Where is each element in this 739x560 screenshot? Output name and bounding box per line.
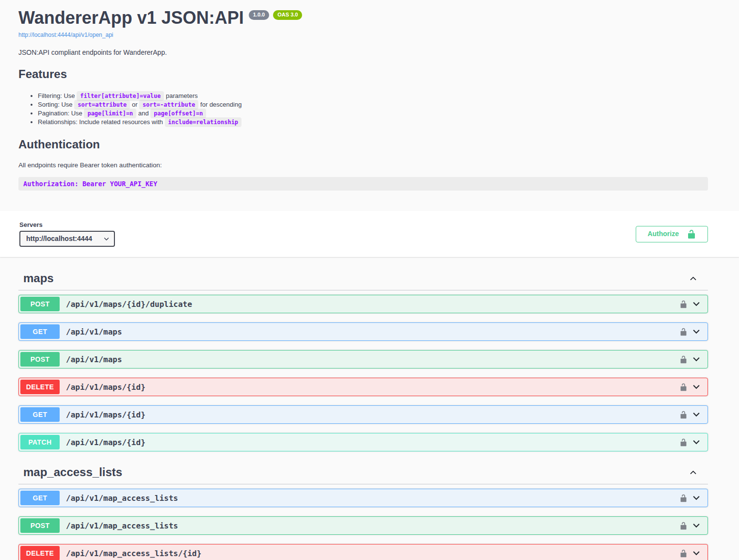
chevron-up-icon [689,274,697,283]
page-title: WandererApp v1 JSON:API 1.0.0 OAS 3.0 [18,9,708,27]
inline-code: sort=attribute [74,100,130,110]
operation-path: /api/v1/maps/{id} [66,383,679,392]
method-badge: POST [20,518,60,533]
chevron-down-icon [692,410,701,419]
chevron-down-icon [692,383,701,391]
tag-section: map_access_lists GET /api/v1/map_access_… [18,461,708,560]
inline-code: sort=-attribute [139,100,198,110]
chevron-down-icon [692,300,701,308]
auth-lock-button[interactable] [679,300,688,308]
unlock-icon [679,438,688,447]
method-badge: DELETE [20,546,60,560]
server-select-wrap: http://localhost:4444 [19,231,115,247]
expand-operation-button[interactable] [692,327,701,336]
swagger-ui-page: WandererApp v1 JSON:API 1.0.0 OAS 3.0 ht… [0,0,739,560]
unlock-icon [679,383,688,391]
collapse-section-button[interactable] [689,274,697,283]
version-badge: 1.0.0 [249,10,269,20]
operation-row[interactable]: POST /api/v1/maps [18,350,708,368]
inline-code: filter[attribute]=value [77,91,164,101]
expand-operation-button[interactable] [692,410,701,419]
chevron-up-icon [689,468,697,477]
unlock-icon [679,300,688,308]
method-badge: GET [20,324,60,339]
servers-block: Servers http://localhost:4444 [19,221,115,247]
unlock-icon [679,328,688,336]
operation-row[interactable]: GET /api/v1/map_access_lists [18,489,708,507]
scheme-inner: Servers http://localhost:4444 Authorize [0,221,739,247]
operation-path: /api/v1/map_access_lists/{id} [66,549,679,558]
operation-row[interactable]: POST /api/v1/maps/{id}/duplicate [18,295,708,313]
auth-lock-button[interactable] [679,355,688,364]
api-info-section: WandererApp v1 JSON:API 1.0.0 OAS 3.0 ht… [0,0,739,211]
operation-row[interactable]: GET /api/v1/maps/{id} [18,405,708,424]
method-badge: POST [20,352,60,367]
operations-list: GET /api/v1/map_access_lists POST /api/v… [18,489,708,560]
tag-header[interactable]: map_access_lists [18,461,708,484]
operation-path: /api/v1/maps/{id} [66,410,679,419]
unlock-icon [679,494,688,502]
feature-item: Sorting: Use sort=attribute or sort=-att… [38,100,708,109]
authorize-button[interactable]: Authorize [636,226,708,242]
feature-item: Filtering: Use filter[attribute]=value p… [38,92,708,100]
base-url-link[interactable]: http://localhost:4444/api/v1/open_api [18,32,113,38]
tag-name: maps [23,272,54,285]
unlock-icon [679,411,688,419]
auth-code-block: Authorization: Bearer YOUR_API_KEY [18,177,708,191]
operation-path: /api/v1/maps [66,355,679,364]
auth-lock-button[interactable] [679,549,688,558]
method-badge: POST [20,297,60,311]
oas-badge: OAS 3.0 [273,10,302,20]
expand-operation-button[interactable] [692,549,701,558]
tag-name: map_access_lists [23,465,122,479]
auth-lock-button[interactable] [679,494,688,502]
expand-operation-button[interactable] [692,300,701,308]
servers-label: Servers [19,221,115,228]
auth-lock-button[interactable] [679,522,688,530]
chevron-down-icon [692,549,701,558]
operation-row[interactable]: DELETE /api/v1/maps/{id} [18,378,708,396]
server-select[interactable]: http://localhost:4444 [19,231,115,247]
expand-operation-button[interactable] [692,383,701,391]
auth-description: All endpoints require Bearer token authe… [18,161,708,169]
auth-lock-button[interactable] [679,383,688,391]
collapse-section-button[interactable] [689,468,697,477]
auth-lock-button[interactable] [679,438,688,447]
tag-header[interactable]: maps [18,267,708,290]
operation-row[interactable]: DELETE /api/v1/map_access_lists/{id} [18,544,708,560]
auth-lock-button[interactable] [679,411,688,419]
unlock-icon [679,522,688,530]
unlock-icon [679,549,688,558]
expand-operation-button[interactable] [692,494,701,502]
feature-item: Pagination: Use page[limit]=n and page[o… [38,109,708,118]
api-title-text: WandererApp v1 JSON:API [18,9,244,27]
operation-path: /api/v1/maps/{id} [66,438,679,447]
tag-section: maps POST /api/v1/maps/{id}/duplicate GE… [18,267,708,451]
expand-operation-button[interactable] [692,438,701,447]
operation-path: /api/v1/maps/{id}/duplicate [66,300,679,309]
expand-operation-button[interactable] [692,521,701,530]
auth-lock-button[interactable] [679,328,688,336]
features-heading: Features [18,67,708,81]
operation-row[interactable]: POST /api/v1/map_access_lists [18,516,708,535]
scheme-container: Servers http://localhost:4444 Authorize [0,211,739,257]
operations-sections: maps POST /api/v1/maps/{id}/duplicate GE… [0,257,739,560]
inline-code: page[limit]=n [84,109,136,118]
expand-operation-button[interactable] [692,355,701,364]
method-badge: DELETE [20,380,60,394]
inline-code: page[offset]=n [150,109,206,118]
operation-path: /api/v1/map_access_lists [66,494,679,503]
chevron-down-icon [692,355,701,364]
chevron-down-icon [692,494,701,502]
operation-row[interactable]: PATCH /api/v1/maps/{id} [18,433,708,451]
chevron-down-icon [692,438,701,447]
features-list: Filtering: Use filter[attribute]=value p… [18,92,708,127]
chevron-down-icon [692,327,701,336]
operations-list: POST /api/v1/maps/{id}/duplicate GET /ap… [18,295,708,451]
api-description: JSON:API compliant endpoints for Wandere… [18,48,708,56]
method-badge: GET [20,407,60,422]
feature-item: Relationships: Include related resources… [38,118,708,127]
operation-path: /api/v1/maps [66,327,679,336]
unlock-icon [687,229,696,239]
operation-row[interactable]: GET /api/v1/maps [18,322,708,341]
